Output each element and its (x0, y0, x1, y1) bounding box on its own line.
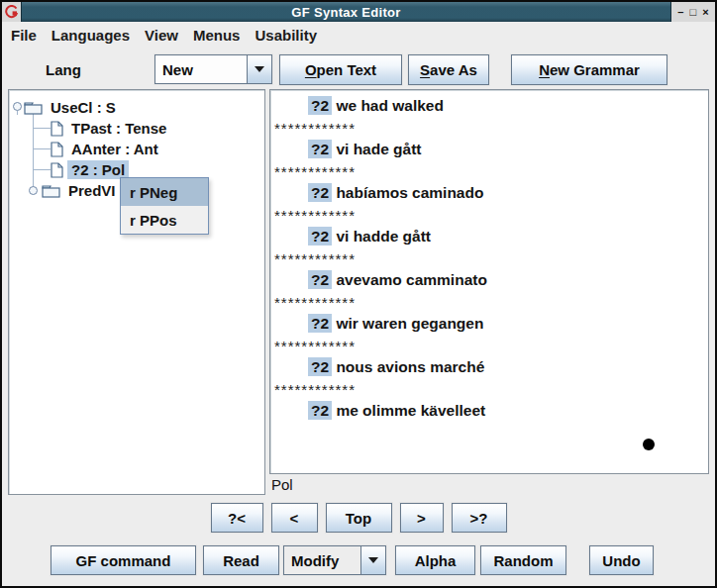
lin-text: habíamos caminado (336, 184, 483, 201)
tree-node-tpast[interactable]: TPast : Tense (51, 118, 170, 139)
tree-node-label[interactable]: PredVI (64, 181, 120, 200)
lin-text: wir waren gegangen (336, 315, 483, 332)
tree-connector-stub (33, 148, 51, 149)
gf-command-button[interactable]: GF command (51, 545, 196, 575)
popup-item-ppos[interactable]: r PPos (121, 206, 208, 234)
tree-node-predv[interactable]: PredVI (42, 180, 120, 201)
maximize-button[interactable]: □ (690, 3, 697, 21)
titlebar: GF Syntax Editor – □ × (2, 2, 715, 22)
window-title: GF Syntax Editor (291, 5, 400, 20)
language-separator: ************ (274, 160, 708, 182)
modify-combobox-value: Modify (284, 546, 360, 574)
next-metavar-button[interactable]: >? (452, 503, 507, 533)
syntax-tree-panel[interactable]: UseCl : S TPast : Tense AAnter : Ant ?2 … (8, 89, 265, 495)
focus-token[interactable]: ?2 (308, 314, 332, 333)
language-separator: ************ (274, 291, 708, 313)
language-separator: ************ (274, 117, 708, 139)
lin-text: vi hade gått (336, 141, 421, 157)
focus-token[interactable]: ?2 (308, 270, 332, 289)
save-as-label: ave As (430, 61, 477, 78)
document-icon (51, 142, 63, 157)
menu-view[interactable]: View (145, 27, 178, 44)
focus-token[interactable]: ?2 (308, 96, 332, 115)
focus-token[interactable]: ?2 (308, 401, 332, 420)
lin-text: avevamo camminato (336, 271, 487, 288)
open-text-label: pen Text (317, 61, 377, 78)
prev-metavar-button[interactable]: ?< (211, 503, 263, 533)
folder-icon (42, 184, 60, 198)
menu-menus[interactable]: Menus (193, 27, 241, 44)
open-text-button[interactable]: Open Text (279, 54, 402, 85)
lin-line-english: ?2 we had walked (274, 95, 708, 117)
minimize-button[interactable]: – (677, 3, 683, 21)
close-button[interactable]: × (702, 3, 708, 21)
focus-token[interactable]: ?2 (308, 357, 332, 376)
read-button[interactable]: Read (203, 545, 279, 575)
modify-combobox-arrow[interactable] (360, 546, 385, 574)
next-node-button[interactable]: > (400, 503, 444, 533)
menubar: File Languages View Menus Usability (2, 22, 715, 48)
undo-button[interactable]: Undo (589, 545, 654, 575)
lin-line-french: ?2 nous avions marché (274, 356, 708, 378)
toolbar: Lang New Open Text Save As New Grammar (2, 48, 715, 91)
tree-node-label[interactable]: TPast : Tense (67, 119, 170, 138)
prev-node-button[interactable]: < (271, 503, 318, 533)
lin-line-finnish: ?2 me olimme kävelleet (274, 400, 708, 422)
tree-connector-stub (33, 128, 51, 129)
tree-collapse-handle-predv[interactable] (29, 186, 38, 195)
language-separator: ************ (274, 378, 708, 400)
chevron-down-icon (368, 557, 378, 563)
gf-logo-icon (4, 5, 19, 20)
tree-node-aanter[interactable]: AAnter : Ant (51, 139, 162, 159)
linearization-panel[interactable]: ?2 we had walked ************ ?2 vi hade… (269, 89, 709, 474)
menu-file[interactable]: File (11, 27, 37, 44)
lin-text: me olimme kävelleet (336, 402, 485, 419)
new-grammar-mnemonic: N (539, 61, 550, 78)
language-combobox-value: New (155, 55, 247, 83)
tree-node-usecl[interactable]: UseCl : S (24, 97, 120, 118)
cursor-dot (643, 439, 655, 450)
folder-icon (24, 101, 43, 115)
language-combobox[interactable]: New (154, 54, 272, 84)
open-text-mnemonic: O (305, 61, 317, 78)
lin-line-norwegian: ?2 vi hadde gått (274, 226, 708, 247)
lin-text: vi hadde gått (336, 228, 431, 245)
status-category: Pol (271, 476, 293, 493)
lin-line-german: ?2 wir waren gegangen (274, 313, 708, 335)
popup-item-pneg[interactable]: r PNeg (121, 178, 208, 206)
menu-usability[interactable]: Usability (255, 27, 317, 44)
focus-token[interactable]: ?2 (308, 140, 332, 158)
language-separator: ************ (274, 204, 708, 226)
tree-node-label[interactable]: UseCl : S (47, 98, 120, 117)
tree-connector-stub (33, 169, 51, 170)
random-button[interactable]: Random (480, 545, 566, 575)
modify-combobox[interactable]: Modify (283, 545, 386, 575)
tree-handle-stem (17, 111, 18, 115)
language-separator: ************ (274, 247, 708, 269)
menu-languages[interactable]: Languages (51, 27, 130, 44)
language-combobox-arrow[interactable] (247, 55, 271, 83)
lin-text: we had walked (336, 97, 444, 114)
lin-text: nous avions marché (336, 358, 484, 375)
document-icon (51, 121, 63, 137)
navigation-row: ?< < Top > >? (0, 503, 717, 533)
focus-token[interactable]: ?2 (308, 227, 332, 245)
save-as-mnemonic: S (420, 61, 430, 78)
chevron-down-icon (255, 66, 264, 72)
new-grammar-button[interactable]: New Grammar (511, 54, 667, 85)
lang-label: Lang (46, 48, 81, 91)
action-row: GF command Read Modify Alpha Random Undo (51, 545, 654, 575)
save-as-button[interactable]: Save As (408, 54, 489, 85)
document-icon (51, 162, 63, 178)
tree-node-label[interactable]: AAnter : Ant (67, 140, 162, 158)
tree-connector-vertical (33, 112, 34, 191)
top-button[interactable]: Top (326, 503, 392, 533)
lin-line-spanish: ?2 habíamos caminado (274, 182, 708, 204)
tree-expand-handle-root[interactable] (13, 102, 22, 111)
alpha-button[interactable]: Alpha (395, 545, 475, 575)
refinement-popup-menu: r PNeg r PPos (120, 177, 209, 235)
lin-line-swedish: ?2 vi hade gått (274, 139, 708, 160)
language-separator: ************ (274, 335, 708, 356)
tree-node-pol-selected[interactable]: ?2 : Pol (51, 159, 129, 180)
focus-token[interactable]: ?2 (308, 183, 332, 202)
